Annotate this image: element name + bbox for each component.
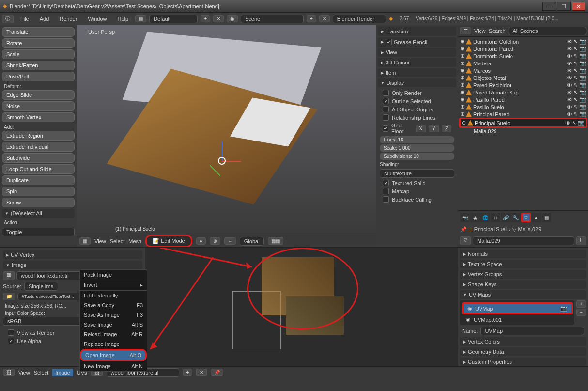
ctx-edit-externally[interactable]: Edit Externally — [80, 291, 147, 300]
cursor-icon[interactable]: ↖ — [573, 38, 578, 45]
outliner-item[interactable]: ⊕Pasillo Suelo👁↖📷 — [459, 103, 587, 110]
menu-help[interactable]: Help — [114, 15, 133, 23]
ctx-invert[interactable]: Invert▸ — [80, 280, 147, 290]
fake-user-button[interactable]: F — [576, 236, 586, 245]
panel-display[interactable]: ▼Display — [378, 78, 456, 87]
image-unlink[interactable]: ✕ — [196, 369, 207, 376]
lines-field[interactable]: Lines: 16 — [380, 136, 454, 143]
minimize-button[interactable]: — — [542, 2, 556, 11]
panel-shape-keys[interactable]: ▶Shape Keys — [460, 280, 586, 289]
camera-icon[interactable]: 📷 — [560, 305, 567, 312]
image-panel[interactable]: ▼Image — [3, 261, 142, 269]
close-button[interactable]: ✕ — [572, 2, 585, 11]
matcap-check[interactable] — [383, 188, 389, 194]
panel-vertex-colors[interactable]: ▶Vertex Colors — [460, 337, 586, 346]
uvmap-add-button[interactable]: + — [576, 300, 586, 308]
render-icon[interactable]: 📷 — [579, 38, 586, 45]
outliner-item[interactable]: ⊕Pared Recibidor👁↖📷 — [459, 81, 587, 89]
use-alpha-check[interactable] — [8, 338, 14, 344]
ctx-save-image[interactable]: Save ImageAlt S — [80, 320, 147, 329]
pin-icon[interactable]: 📌 — [460, 226, 467, 233]
mesh-icon[interactable]: ▽ — [460, 236, 471, 245]
tool-translate[interactable]: Translate — [2, 27, 75, 37]
relationship-check[interactable] — [383, 114, 389, 121]
outliner-item-selected[interactable]: ⊖Principal Suelo👁↖📷 — [459, 118, 587, 128]
panel-uv-maps[interactable]: ▼UV Maps — [460, 290, 586, 299]
menu-add[interactable]: Add — [36, 15, 53, 23]
uv-menu-view[interactable]: View — [18, 370, 30, 375]
subdivisions-field[interactable]: Subdivisions: 10 — [380, 153, 454, 160]
menu-file[interactable]: File — [16, 15, 33, 23]
tab-constraints[interactable]: 🔗 — [501, 213, 511, 222]
layout-selector[interactable]: Default — [149, 15, 198, 23]
tool-noise[interactable]: Noise — [2, 101, 75, 111]
outliner-filter[interactable]: All Scenes — [509, 27, 586, 35]
ctx-replace-image[interactable]: Replace Image — [80, 339, 147, 349]
panel-normals[interactable]: ▶Normals — [460, 250, 586, 258]
panel-geometry-data[interactable]: ▶Geometry Data — [460, 347, 586, 356]
scene-icon[interactable]: ◉ — [227, 15, 238, 22]
outliner-item[interactable]: ⊕Dormitorio Pared👁↖📷 — [459, 45, 587, 52]
outliner-item[interactable]: ⊕Dormitorio Suelo👁↖📷 — [459, 52, 587, 60]
scene-del[interactable]: ✕ — [319, 15, 330, 22]
layout-add[interactable]: + — [201, 15, 210, 22]
tool-duplicate[interactable]: Duplicate — [2, 175, 75, 185]
ctx-reload-image[interactable]: Reload ImageAlt R — [80, 329, 147, 339]
tool-rotate[interactable]: Rotate — [2, 38, 75, 48]
tab-world[interactable]: 🌐 — [480, 213, 490, 222]
ctx-new-image[interactable]: New ImageAlt N — [80, 361, 147, 371]
3d-menu-mesh[interactable]: Mesh — [128, 238, 141, 244]
mesh-name-field[interactable] — [473, 236, 574, 245]
tool-push[interactable]: Push/Pull — [2, 72, 75, 81]
axis-z[interactable]: Z — [442, 125, 451, 132]
image-new[interactable]: + — [183, 369, 193, 376]
deselect-panel[interactable]: ▼(De)select All — [2, 209, 75, 218]
outliner-search[interactable]: Search — [489, 28, 506, 34]
view-as-render-check[interactable] — [8, 329, 14, 336]
uv-editor-icon[interactable]: 🖼 — [3, 369, 15, 376]
pivot-icon[interactable]: ⊕ — [210, 237, 220, 245]
uvmap-name-field[interactable] — [480, 327, 584, 335]
editor-type-icon[interactable]: ⓘ — [2, 15, 14, 23]
layout-del[interactable]: ✕ — [213, 15, 224, 22]
tool-extrude-individual[interactable]: Extrude Individual — [2, 142, 75, 152]
panel-3d-cursor[interactable]: ▶3D Cursor — [378, 58, 456, 67]
outliner-icon[interactable]: ☰ — [460, 27, 471, 34]
panel-view[interactable]: ▶View — [378, 48, 456, 57]
outliner-list[interactable]: ⊕Dormitorio Colchon👁↖📷 ⊕Dormitorio Pared… — [458, 37, 588, 210]
uv-menu-select[interactable]: Select — [34, 370, 49, 375]
tool-spin[interactable]: Spin — [2, 187, 75, 196]
scene-add[interactable]: + — [307, 15, 316, 22]
panel-item[interactable]: ▶Item — [378, 68, 456, 77]
action-toggle[interactable]: Toggle — [2, 228, 75, 236]
panel-transform[interactable]: ▶Transform — [378, 27, 456, 36]
3d-menu-view[interactable]: View — [94, 238, 106, 244]
axis-y[interactable]: Y — [429, 125, 439, 132]
outliner-child[interactable]: Malla.029 — [459, 128, 587, 135]
tool-extrude-region[interactable]: Extrude Region — [2, 131, 75, 141]
uvmap-item[interactable]: ◉UVMap.001 — [461, 315, 573, 324]
outliner-item[interactable]: ⊕Pared Remate Sup👁↖📷 — [459, 89, 587, 96]
uv-island-2[interactable] — [286, 296, 344, 335]
outliner-item[interactable]: ⊕Marcos👁↖📷 — [459, 67, 587, 74]
tab-data[interactable]: ▽ — [521, 213, 531, 222]
3d-viewport[interactable]: User Persp (1) Principal Suelo ▦ View Se… — [77, 25, 376, 247]
scene-selector[interactable]: Scene — [241, 15, 304, 23]
image-browse-icon[interactable]: 🖼 — [3, 271, 15, 280]
maximize-button[interactable]: ☐ — [557, 2, 571, 11]
editor-3d-icon[interactable]: ▦ — [79, 237, 91, 245]
screen-layout-icon[interactable]: ▦ — [135, 15, 146, 22]
uv-editor-viewport[interactable] — [145, 248, 458, 366]
tab-texture[interactable]: ▦ — [542, 213, 551, 222]
tab-render[interactable]: 📷 — [460, 213, 470, 222]
shading-sphere-icon[interactable]: ● — [196, 237, 206, 245]
tool-subdivide[interactable]: Subdivide — [2, 153, 75, 163]
ctx-save-as[interactable]: Save As ImageF3 — [80, 310, 147, 320]
tool-scale[interactable]: Scale — [2, 49, 75, 59]
shading-mode[interactable]: Multitexture — [380, 169, 454, 178]
tab-modifiers[interactable]: 🔧 — [511, 213, 521, 222]
menu-render[interactable]: Render — [56, 15, 81, 23]
pin-uv-icon[interactable]: 📌 — [211, 369, 223, 376]
outline-selected-check[interactable] — [383, 98, 389, 104]
orientation-selector[interactable]: Global — [240, 237, 264, 246]
